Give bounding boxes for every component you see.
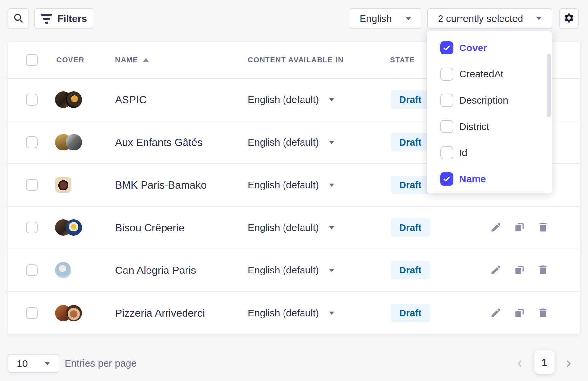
filters-button[interactable]: Filters [34,8,93,29]
table-row[interactable]: Pizzeria Arrivederci English (default) D… [8,292,580,334]
table-row[interactable]: Can Alegria Paris English (default) Draf… [8,249,580,292]
row-checkbox[interactable] [26,307,38,319]
column-option-checkbox[interactable] [440,94,453,107]
row-name: Bisou Crêperie [115,222,185,234]
row-locale-value: English (default) [248,222,319,233]
edit-button[interactable] [489,220,503,235]
column-header-content-available-in[interactable]: CONTENT AVAILABLE IN [248,56,343,64]
column-option-label: Description [459,95,508,106]
gear-icon [563,12,575,25]
duplicate-icon [514,264,525,277]
cover-image [66,305,82,321]
cover-image [55,262,71,278]
row-checkbox[interactable] [26,94,38,106]
table-row[interactable]: Bisou Crêperie English (default) Draft [8,207,580,249]
column-option-label: CreatedAt [459,69,503,80]
column-option[interactable]: CreatedAt [427,61,552,87]
columns-select-value: 2 currently selected [438,13,523,24]
row-checkbox[interactable] [26,264,38,276]
duplicate-button[interactable] [512,263,527,277]
column-header-cover[interactable]: COVER [56,56,85,64]
row-locale-select[interactable]: English (default) [248,179,335,190]
row-locale-select[interactable]: English (default) [248,222,335,233]
column-option[interactable]: District [427,113,552,140]
chevron-down-icon [329,226,334,229]
filter-icon [41,14,52,24]
chevron-down-icon [329,141,334,144]
column-option-checkbox[interactable] [440,172,453,186]
column-option[interactable]: Id [427,140,552,166]
locale-select[interactable]: English [350,8,421,29]
duplicate-icon [514,307,525,320]
column-header-state[interactable]: STATE [390,56,415,64]
chevron-down-icon [329,311,334,314]
chevron-down-icon [405,17,411,20]
row-name: BMK Paris-Bamako [115,179,206,191]
column-option[interactable]: Description [427,87,552,113]
column-option-checkbox[interactable] [440,41,453,54]
cover-avatars [55,177,71,193]
cover-image [66,91,82,108]
cover-image [55,177,71,193]
row-name: Pizzeria Arrivederci [115,307,205,319]
delete-button[interactable] [536,220,550,235]
cover-avatars [55,219,82,236]
row-locale-select[interactable]: English (default) [248,265,335,276]
row-locale-select[interactable]: English (default) [248,137,335,148]
settings-button[interactable] [559,8,579,29]
dropdown-scrollbar[interactable] [547,54,551,117]
next-page-button[interactable] [561,357,576,371]
entries-per-page-label: Entries per page [65,358,137,369]
cover-avatars [55,262,71,278]
row-checkbox[interactable] [26,222,38,233]
row-locale-value: English (default) [248,137,319,148]
column-option[interactable]: Name [427,166,552,192]
state-badge: Draft [391,261,430,279]
chevron-down-icon [329,183,334,186]
locale-select-value: English [360,13,392,24]
column-option-checkbox[interactable] [440,146,453,159]
edit-button[interactable] [489,306,503,320]
delete-button[interactable] [536,263,550,277]
search-icon [13,12,24,25]
column-header-name[interactable]: NAME [115,56,149,64]
cover-image [66,134,82,150]
row-locale-select[interactable]: English (default) [248,94,335,105]
row-name: Can Alegria Paris [115,264,196,276]
state-badge: Draft [391,304,430,322]
column-option-label: Cover [459,42,487,53]
page-1-button[interactable]: 1 [534,350,555,374]
chevron-down-icon [44,362,50,365]
row-locale-value: English (default) [248,94,319,105]
page-size-select[interactable]: 10 [8,354,59,373]
row-checkbox[interactable] [26,136,38,148]
row-locale-select[interactable]: English (default) [248,308,335,319]
column-option-checkbox[interactable] [440,120,453,133]
column-option[interactable]: Cover [427,35,552,61]
previous-page-button[interactable] [513,357,527,371]
column-option-label: Id [459,147,467,158]
edit-button[interactable] [489,263,503,277]
state-badge: Draft [391,218,430,237]
column-option-checkbox[interactable] [440,68,453,81]
duplicate-button[interactable] [512,220,527,235]
chevron-right-icon [563,358,574,370]
pencil-icon [490,307,502,320]
page-size-value: 10 [17,358,28,369]
row-checkbox[interactable] [26,179,38,191]
delete-button[interactable] [536,306,550,320]
row-locale-value: English (default) [248,308,319,319]
cover-avatars [55,134,82,150]
column-dropdown-list: Cover CreatedAt Description District Id … [427,35,552,192]
chevron-down-icon [329,269,334,271]
filters-label: Filters [57,13,87,24]
pencil-icon [490,221,502,234]
sort-ascending-icon [143,58,149,62]
duplicate-button[interactable] [512,306,527,320]
select-all-checkbox[interactable] [26,54,38,66]
duplicate-icon [514,221,525,234]
columns-select[interactable]: 2 currently selected [427,8,552,29]
chevron-left-icon [514,358,525,370]
search-button[interactable] [8,8,29,29]
row-locale-value: English (default) [248,179,319,190]
